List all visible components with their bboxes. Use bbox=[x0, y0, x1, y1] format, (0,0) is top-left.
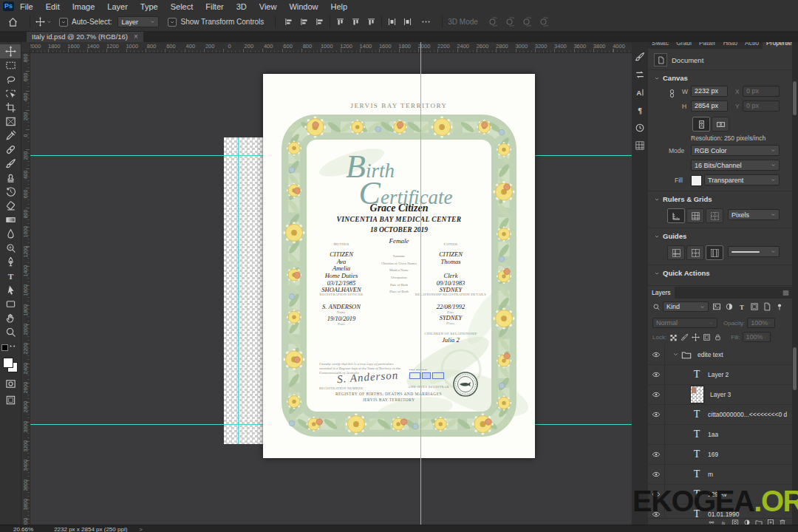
distribute-vertical-button[interactable] bbox=[403, 17, 412, 27]
layer-row[interactable]: Tm bbox=[648, 464, 792, 485]
layer-visibility-toggle[interactable] bbox=[648, 384, 665, 404]
pattern-panel-button[interactable] bbox=[635, 140, 645, 151]
layer-name[interactable]: Layer 3 bbox=[710, 391, 731, 398]
text-layer-thumbnail[interactable]: T bbox=[692, 429, 702, 440]
filter-image-layers-button[interactable] bbox=[712, 302, 721, 311]
align-right-edges-button[interactable] bbox=[315, 17, 324, 27]
ruler-units-dropdown[interactable]: Pixels bbox=[728, 209, 780, 220]
group-expand-caret[interactable] bbox=[672, 351, 679, 358]
horizontal-ruler[interactable]: 2000180016001400120010008006004002000200… bbox=[30, 42, 632, 53]
path-selection-tool[interactable] bbox=[0, 283, 21, 297]
text-layer-thumbnail[interactable]: T bbox=[692, 369, 702, 381]
distribute-horizontal-button[interactable] bbox=[387, 17, 397, 27]
toggle-canvas-guides-button[interactable] bbox=[706, 245, 723, 260]
ruler-origin-corner[interactable] bbox=[21, 42, 30, 53]
transparent-canvas-region[interactable] bbox=[224, 137, 264, 444]
align-bottom-edges-button[interactable] bbox=[366, 17, 376, 27]
x-field[interactable]: 0 px bbox=[743, 86, 780, 97]
brush-panel-button[interactable] bbox=[635, 52, 645, 62]
height-field[interactable]: 2854 px bbox=[691, 100, 728, 112]
bit-depth-dropdown[interactable]: 16 Bits/Channel bbox=[691, 160, 780, 171]
filter-kind-dropdown[interactable]: Kind bbox=[663, 301, 709, 312]
toggle-guides-button[interactable] bbox=[667, 245, 685, 260]
filter-smart-objects-button[interactable] bbox=[763, 302, 771, 311]
layer-name[interactable]: 169 bbox=[708, 451, 718, 458]
layer-visibility-toggle[interactable] bbox=[648, 364, 665, 384]
rectangular-marquee-tool[interactable] bbox=[0, 58, 21, 72]
layer-row[interactable]: Tcitta0000000...<<<<<<<<0 d bbox=[648, 404, 792, 425]
crop-tool[interactable] bbox=[0, 100, 21, 115]
layers-tab[interactable]: Layers bbox=[648, 287, 675, 299]
properties-scroll-thumb[interactable] bbox=[793, 81, 797, 115]
menu-select[interactable]: Select bbox=[171, 2, 194, 11]
zoom-level[interactable]: 20.66% bbox=[13, 526, 33, 532]
clock-panel-button[interactable] bbox=[635, 123, 645, 133]
lock-all-button[interactable] bbox=[714, 333, 722, 341]
lock-artboard-button[interactable] bbox=[703, 333, 711, 341]
brush-tool[interactable] bbox=[0, 157, 21, 171]
menu-image[interactable]: Image bbox=[72, 2, 95, 11]
menu-help[interactable]: Help bbox=[331, 2, 348, 11]
layer-row[interactable]: Layer 3 bbox=[648, 384, 792, 405]
filter-type-layers-button[interactable]: T bbox=[737, 302, 746, 311]
toggle-pixel-grid-button[interactable] bbox=[706, 208, 723, 223]
layer-row[interactable]: edite text bbox=[648, 344, 792, 365]
spot-healing-brush-tool[interactable] bbox=[0, 143, 21, 157]
lock-transparency-button[interactable] bbox=[669, 333, 678, 341]
text-layer-thumbnail[interactable]: T bbox=[692, 468, 702, 480]
menu-type[interactable]: Type bbox=[140, 2, 158, 11]
arrows-panel-button[interactable] bbox=[635, 69, 645, 80]
toggle-grid-button[interactable] bbox=[686, 208, 704, 223]
layer-name[interactable]: citta0000000...<<<<<<<<0 d bbox=[708, 411, 787, 418]
align-left-edges-button[interactable] bbox=[284, 17, 293, 27]
guides-section-header[interactable]: Guides bbox=[654, 232, 686, 240]
close-tab-icon[interactable]: × bbox=[134, 33, 138, 41]
hand-tool[interactable] bbox=[0, 311, 21, 325]
text-layer-thumbnail[interactable]: T bbox=[692, 409, 702, 420]
layer-visibility-toggle[interactable] bbox=[648, 444, 665, 464]
home-screen-button[interactable] bbox=[7, 16, 18, 27]
auto-select-checkbox[interactable] bbox=[59, 18, 68, 27]
text-layer-thumbnail[interactable]: T bbox=[692, 449, 702, 460]
landscape-orientation-button[interactable] bbox=[712, 117, 729, 132]
horizontal-guide-right[interactable] bbox=[535, 155, 632, 156]
quick-mask-button[interactable] bbox=[0, 377, 21, 391]
gradient-tool[interactable] bbox=[0, 213, 21, 227]
menu-filter[interactable]: Filter bbox=[205, 2, 223, 11]
vertical-ruler[interactable]: 8006004002000200400600800100012001400160… bbox=[21, 52, 30, 526]
align-vertical-centers-button[interactable] bbox=[351, 17, 361, 27]
character-panel-button[interactable]: A bbox=[635, 87, 645, 98]
layer-row[interactable]: T169 bbox=[648, 444, 792, 465]
vertical-guide-2[interactable] bbox=[238, 137, 239, 444]
history-brush-tool[interactable] bbox=[0, 185, 21, 199]
opacity-field[interactable]: 100% bbox=[747, 318, 775, 328]
menu-window[interactable]: Window bbox=[289, 2, 318, 11]
shape-tool[interactable] bbox=[0, 297, 21, 311]
layers-scroll-thumb[interactable] bbox=[793, 347, 797, 390]
y-field[interactable]: 0 px bbox=[743, 100, 780, 112]
fill-dropdown[interactable]: Transparent bbox=[704, 174, 780, 185]
paragraph-panel-button[interactable]: ¶ bbox=[635, 105, 645, 115]
layer-thumbnail[interactable] bbox=[690, 386, 704, 403]
quick-actions-section-header[interactable]: Quick Actions bbox=[654, 269, 710, 277]
horizontal-guide2-left[interactable] bbox=[30, 424, 263, 425]
type-tool[interactable]: T bbox=[0, 269, 21, 283]
layer-name[interactable]: 1aa bbox=[708, 431, 718, 438]
blur-tool[interactable] bbox=[0, 227, 21, 241]
birth-certificate-document[interactable]: JERVIS BAY TERRITORY Birth Certificate G… bbox=[263, 74, 535, 458]
lasso-tool[interactable] bbox=[0, 72, 21, 86]
horizontal-guide2-right[interactable] bbox=[535, 424, 632, 425]
layer-visibility-toggle[interactable] bbox=[648, 424, 665, 444]
layer-visibility-toggle[interactable] bbox=[648, 404, 665, 424]
guide-style-dropdown[interactable] bbox=[728, 246, 780, 257]
toggle-smart-guides-button[interactable] bbox=[686, 245, 704, 260]
blend-mode-dropdown[interactable]: Normal bbox=[652, 318, 717, 328]
align-horizontal-centers-button[interactable] bbox=[299, 17, 309, 27]
toggle-rulers-button[interactable] bbox=[667, 208, 685, 223]
frame-tool[interactable] bbox=[0, 115, 21, 129]
orbit-3d-camera-button[interactable] bbox=[488, 17, 497, 27]
pen-tool[interactable] bbox=[0, 255, 21, 269]
color-swatches[interactable] bbox=[3, 358, 18, 372]
default-colors-icon[interactable] bbox=[1, 344, 8, 351]
pan-3d-camera-button[interactable] bbox=[522, 17, 531, 27]
